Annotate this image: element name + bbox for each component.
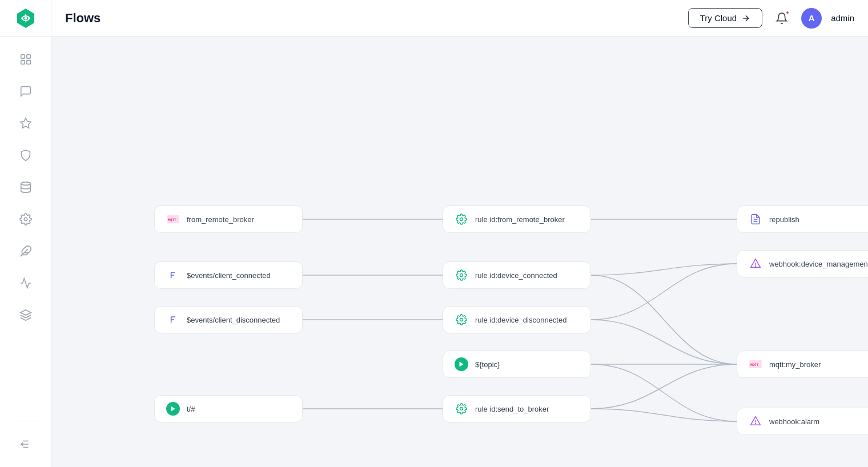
node-icon-src3	[165, 312, 181, 328]
node-label-rule1: rule id:from_remote_broker	[475, 215, 565, 224]
sidebar-item-layers[interactable]	[12, 301, 39, 329]
svg-marker-23	[171, 406, 175, 412]
flow-node-rule3[interactable]: rule id:device_disconnected	[443, 306, 591, 333]
node-icon-src2	[165, 267, 181, 283]
node-icon-out1	[748, 211, 763, 227]
connection-rule2-out3	[591, 275, 737, 364]
notification-dot	[785, 10, 790, 15]
svg-rect-4	[26, 61, 30, 64]
node-icon-rule2	[453, 267, 469, 283]
sidebar-item-diagnostics[interactable]	[12, 269, 39, 297]
node-label-out3: mqtt:my_broker	[769, 360, 821, 369]
svg-point-6	[21, 182, 30, 186]
svg-point-28	[460, 408, 463, 410]
svg-point-24	[460, 218, 463, 221]
node-label-rule3: rule id:device_disconnected	[475, 316, 566, 324]
connection-rule3-out2	[591, 264, 737, 320]
svg-text:MQTT: MQTT	[168, 218, 176, 222]
flow-node-src3[interactable]: $events/client_disconnected	[154, 306, 303, 333]
sidebar-item-plugins[interactable]	[12, 237, 39, 265]
avatar[interactable]: A	[801, 8, 822, 29]
connection-rule3-out3	[591, 320, 737, 364]
svg-point-0	[24, 17, 27, 19]
svg-rect-1	[21, 55, 24, 58]
node-label-src2: $events/client_connected	[187, 271, 271, 280]
sidebar-item-messages[interactable]	[12, 78, 39, 105]
connection-rule5-out3	[591, 364, 737, 409]
node-icon-out2	[748, 256, 763, 272]
sidebar-item-dashboard[interactable]	[12, 46, 39, 73]
node-label-rule2: rule id:device_connected	[475, 271, 557, 280]
user-name: admin	[831, 13, 854, 23]
node-label-src4: t/#	[187, 405, 195, 413]
svg-rect-3	[21, 61, 24, 64]
node-icon-rule1	[453, 211, 469, 227]
flow-node-src1[interactable]: MQTT from_remote_broker	[154, 206, 303, 233]
node-icon-src4	[165, 401, 181, 417]
node-label-out1: republish	[769, 215, 799, 224]
connection-rule2-out2	[591, 264, 737, 275]
node-label-out4: webhook:alarm	[769, 417, 819, 426]
flow-node-out4[interactable]: webhook:alarm	[737, 408, 868, 435]
page-title: Flows	[65, 11, 679, 26]
node-label-out2: webhook:device_management...	[769, 260, 868, 268]
flow-node-src2[interactable]: $events/client_connected	[154, 261, 303, 289]
header: Flows Try Cloud A admin	[51, 0, 868, 37]
flow-node-out3[interactable]: MQTT mqtt:my_broker	[737, 351, 868, 378]
node-icon-out4	[748, 413, 763, 429]
svg-marker-27	[460, 362, 464, 367]
node-icon-out3: MQTT	[748, 356, 763, 372]
try-cloud-button[interactable]: Try Cloud	[688, 8, 762, 28]
flow-canvas: MQTT from_remote_broker $events/client_c…	[51, 37, 868, 467]
sidebar-logo[interactable]	[0, 0, 51, 37]
node-icon-src1: MQTT	[165, 211, 181, 227]
svg-marker-5	[20, 118, 30, 128]
node-icon-rule4	[453, 356, 469, 372]
connection-rule5-out4	[591, 409, 737, 421]
flow-node-rule1[interactable]: rule id:from_remote_broker	[443, 206, 591, 233]
svg-text:MQTT: MQTT	[750, 363, 759, 367]
flow-node-rule2[interactable]: rule id:device_connected	[443, 261, 591, 289]
node-icon-rule3	[453, 312, 469, 328]
sidebar-item-settings[interactable]	[12, 206, 39, 233]
sidebar-item-collapse[interactable]	[12, 430, 39, 458]
svg-rect-2	[26, 55, 30, 58]
flow-node-out2[interactable]: webhook:device_management...	[737, 250, 868, 277]
flow-node-rule5[interactable]: rule id:send_to_broker	[443, 395, 591, 422]
svg-point-25	[460, 274, 463, 277]
flow-node-src4[interactable]: t/#	[154, 395, 303, 422]
flow-node-rule4[interactable]: ${topic}	[443, 351, 591, 378]
sidebar-nav	[12, 37, 39, 421]
notification-bell[interactable]	[771, 8, 792, 29]
sidebar	[0, 0, 51, 467]
svg-marker-10	[20, 310, 30, 315]
svg-point-33	[756, 266, 756, 267]
node-label-rule4: ${topic}	[475, 360, 500, 369]
node-label-src3: $events/client_disconnected	[187, 316, 280, 324]
svg-point-26	[460, 319, 463, 321]
connection-rule4-out4	[591, 364, 737, 421]
sidebar-item-bookmarks[interactable]	[12, 110, 39, 137]
sidebar-item-database[interactable]	[12, 174, 39, 201]
svg-point-38	[756, 424, 756, 424]
svg-point-7	[24, 218, 27, 221]
flow-node-out1[interactable]: republish	[737, 206, 868, 233]
sidebar-bottom	[12, 421, 39, 467]
main: Flows Try Cloud A admin MQTT from_remote…	[51, 0, 868, 467]
node-label-src1: from_remote_broker	[187, 215, 254, 224]
node-icon-rule5	[453, 401, 469, 417]
sidebar-item-shield[interactable]	[12, 142, 39, 169]
node-label-rule5: rule id:send_to_broker	[475, 405, 549, 413]
